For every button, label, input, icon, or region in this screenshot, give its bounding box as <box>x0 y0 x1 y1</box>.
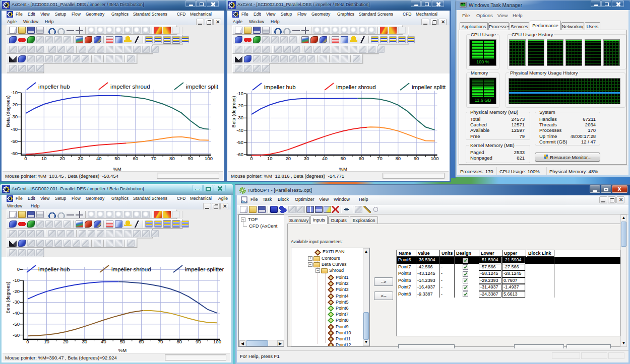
svg-text:-40: -40 <box>236 127 243 133</box>
svg-text:50: 50 <box>120 339 125 344</box>
svg-text:Beta (degrees): Beta (degrees) <box>231 96 236 128</box>
svg-text:-60: -60 <box>11 151 18 156</box>
svg-text:impeller hub: impeller hub <box>38 84 70 90</box>
svg-text:0: 0 <box>26 339 29 344</box>
svg-text:40: 40 <box>96 156 102 161</box>
svg-text:0: 0 <box>24 156 27 161</box>
svg-text:60: 60 <box>133 156 139 161</box>
svg-text:70: 70 <box>151 156 157 161</box>
svg-text:20: 20 <box>285 156 291 161</box>
svg-text:100: 100 <box>205 156 213 161</box>
svg-text:30: 30 <box>304 156 309 161</box>
svg-text:-40: -40 <box>11 126 18 132</box>
svg-text:10: 10 <box>41 156 47 161</box>
svg-text:-50: -50 <box>236 139 243 145</box>
svg-text:90: 90 <box>196 339 201 344</box>
svg-text:Beta (degrees): Beta (degrees) <box>5 96 11 127</box>
svg-text:30: 30 <box>78 156 84 161</box>
svg-text:70: 70 <box>158 339 163 344</box>
svg-text:impeller shroud: impeller shroud <box>336 84 376 90</box>
svg-text:80: 80 <box>396 156 401 161</box>
svg-text:60: 60 <box>359 156 364 161</box>
svg-text:-10: -10 <box>236 91 243 96</box>
svg-text:-50: -50 <box>11 138 18 144</box>
svg-text:impeller split: impeller split <box>186 84 219 90</box>
svg-text:-30: -30 <box>236 115 243 120</box>
svg-text:Beta (degrees): Beta (degrees) <box>5 282 11 314</box>
svg-text:40: 40 <box>322 156 328 161</box>
svg-text:impeller hub: impeller hub <box>38 266 70 272</box>
svg-text:100: 100 <box>213 339 221 344</box>
svg-text:0: 0 <box>250 156 253 161</box>
svg-text:20: 20 <box>63 339 69 344</box>
svg-text:%M: %M <box>339 166 347 171</box>
svg-text:0: 0 <box>17 266 20 272</box>
svg-text:30: 30 <box>82 339 88 344</box>
svg-text:%M: %M <box>113 166 121 171</box>
svg-text:impeller shroud: impeller shroud <box>110 84 150 90</box>
svg-text:impeller splitt: impeller splitt <box>412 84 446 90</box>
svg-text:impeller shroud: impeller shroud <box>111 266 151 272</box>
svg-text:-20: -20 <box>11 102 18 107</box>
svg-text:-30: -30 <box>11 114 18 119</box>
svg-text:90: 90 <box>414 156 419 161</box>
svg-text:60: 60 <box>139 339 144 344</box>
svg-text:-60: -60 <box>236 152 243 157</box>
svg-text:50: 50 <box>340 156 346 161</box>
svg-text:90: 90 <box>187 156 193 161</box>
svg-text:10: 10 <box>44 339 49 344</box>
svg-text:-40: -40 <box>13 310 20 316</box>
svg-text:%M: %M <box>118 347 127 353</box>
svg-text:-20: -20 <box>13 288 20 294</box>
svg-text:-30: -30 <box>13 299 20 305</box>
svg-text:-10: -10 <box>11 90 18 95</box>
svg-text:-50: -50 <box>13 321 20 327</box>
svg-text:impeller splitter: impeller splitter <box>185 266 224 272</box>
svg-text:50: 50 <box>114 156 120 161</box>
svg-text:80: 80 <box>177 339 182 344</box>
svg-text:-60: -60 <box>13 332 20 338</box>
svg-text:80: 80 <box>169 156 175 161</box>
svg-text:40: 40 <box>101 339 106 344</box>
svg-text:70: 70 <box>377 156 383 161</box>
svg-text:10: 10 <box>267 156 273 161</box>
svg-text:20: 20 <box>59 156 65 161</box>
svg-text:-10: -10 <box>13 277 20 283</box>
svg-text:impeller hub: impeller hub <box>264 84 296 90</box>
svg-text:-20: -20 <box>236 103 243 108</box>
svg-text:100: 100 <box>431 156 439 161</box>
